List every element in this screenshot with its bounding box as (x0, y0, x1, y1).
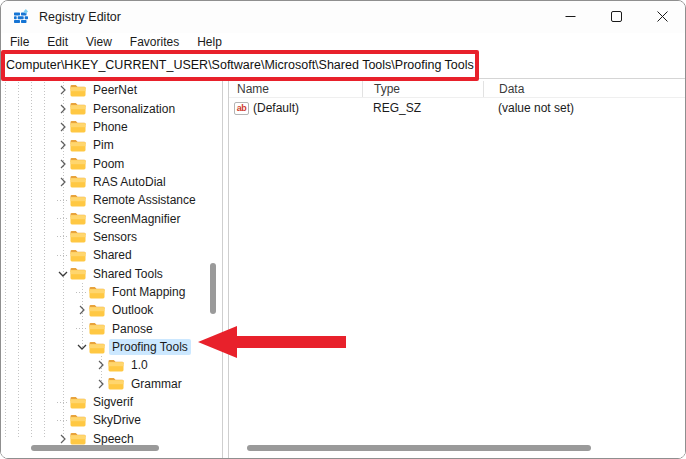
tree-item-label: 1.0 (128, 357, 151, 373)
window-title: Registry Editor (39, 10, 121, 24)
tree-connector-dash (75, 284, 89, 301)
tree-item-shared[interactable]: Shared (1, 246, 208, 264)
tree-item-label: Sensors (90, 229, 140, 245)
folder-icon (70, 83, 87, 97)
tree-connector-dash (56, 412, 70, 429)
list-horizontal-scrollbar[interactable] (247, 445, 591, 451)
tree-item-label: ScreenMagnifier (90, 211, 183, 227)
tree-connector-dash (56, 228, 70, 245)
tree-item-grammar[interactable]: Grammar (1, 375, 208, 393)
tree-item-outlook[interactable]: Outlook (1, 301, 208, 319)
window-controls (547, 1, 685, 33)
folder-icon (70, 157, 87, 171)
tree-item-label: RAS AutoDial (90, 174, 169, 190)
menu-item-file[interactable]: File (1, 35, 38, 49)
value-type: REG_SZ (362, 101, 483, 115)
value-data: (value not set) (483, 101, 685, 115)
folder-icon (89, 340, 106, 354)
folder-icon (70, 230, 87, 244)
chevron-right-icon[interactable] (94, 357, 108, 374)
tree-pane: PeerNetPersonalizationPhonePimPoomRAS Au… (1, 79, 223, 458)
tree-item-label: Proofing Tools (109, 339, 191, 355)
tree-item-sigverif[interactable]: Sigverif (1, 393, 208, 411)
tree-item-label: Phone (90, 119, 131, 135)
chevron-right-icon[interactable] (75, 302, 89, 319)
value-name: (Default) (253, 101, 299, 115)
folder-icon (70, 248, 87, 262)
tree-item-font-mapping[interactable]: Font Mapping (1, 283, 208, 301)
tree-item-screenmagnifier[interactable]: ScreenMagnifier (1, 209, 208, 227)
maximize-button[interactable] (593, 1, 639, 33)
menu-item-view[interactable]: View (77, 35, 121, 49)
chevron-down-icon[interactable] (56, 265, 70, 282)
tree-item-label: Sigverif (90, 394, 136, 410)
tree-connector-dash (56, 210, 70, 227)
folder-icon (70, 432, 87, 446)
menu-item-edit[interactable]: Edit (38, 35, 77, 49)
minimize-icon (565, 8, 576, 26)
address-path: Computer\HKEY_CURRENT_USER\Software\Micr… (1, 58, 474, 72)
registry-editor-app-icon (13, 9, 29, 25)
tree-item-label: PeerNet (90, 82, 140, 98)
chevron-right-icon[interactable] (56, 137, 70, 154)
chevron-right-icon[interactable] (56, 155, 70, 172)
column-header-type[interactable]: Type (362, 81, 483, 97)
tree-item-label: Poom (90, 156, 127, 172)
tree-item-1-0[interactable]: 1.0 (1, 356, 208, 374)
tree-item-label: SkyDrive (90, 412, 144, 428)
tree-item-phone[interactable]: Phone (1, 118, 208, 136)
maximize-icon (611, 8, 622, 26)
tree-item-label: Font Mapping (109, 284, 188, 300)
folder-icon (70, 267, 87, 281)
menu-item-help[interactable]: Help (188, 35, 231, 49)
address-bar[interactable]: Computer\HKEY_CURRENT_USER\Software\Micr… (1, 51, 685, 79)
minimize-button[interactable] (547, 1, 593, 33)
tree-item-pim[interactable]: Pim (1, 136, 208, 154)
tree-item-label: Personalization (90, 101, 178, 117)
chevron-right-icon[interactable] (56, 82, 70, 99)
column-header-name[interactable]: Name (229, 81, 362, 97)
tree-item-poom[interactable]: Poom (1, 154, 208, 172)
close-button[interactable] (639, 1, 685, 33)
tree-item-label: Outlook (109, 302, 156, 318)
tree-item-shared-tools[interactable]: Shared Tools (1, 265, 208, 283)
close-icon (657, 8, 668, 26)
menu-bar: FileEditViewFavoritesHelp (1, 33, 685, 51)
folder-icon (108, 358, 125, 372)
tree-connector-dash (56, 192, 70, 209)
tree-item-ras-autodial[interactable]: RAS AutoDial (1, 173, 208, 191)
value-row-default[interactable]: ab(Default)REG_SZ(value not set) (229, 99, 685, 117)
menu-item-favorites[interactable]: Favorites (121, 35, 188, 49)
tree-item-sensors[interactable]: Sensors (1, 228, 208, 246)
tree-item-peernet[interactable]: PeerNet (1, 81, 208, 99)
tree-connector-dash (75, 320, 89, 337)
folder-icon (70, 102, 87, 116)
folder-icon (70, 120, 87, 134)
chevron-right-icon[interactable] (56, 100, 70, 117)
chevron-right-icon[interactable] (56, 173, 70, 190)
folder-icon (70, 212, 87, 226)
folder-icon (89, 285, 106, 299)
tree-horizontal-scrollbar[interactable] (31, 445, 159, 451)
tree-item-proofing-tools[interactable]: Proofing Tools (1, 338, 208, 356)
folder-icon (70, 395, 87, 409)
tree-item-label: Remote Assistance (90, 192, 199, 208)
tree-item-personalization[interactable]: Personalization (1, 99, 208, 117)
folder-icon (70, 138, 87, 152)
reg-sz-string-icon: ab (234, 102, 249, 115)
chevron-right-icon[interactable] (56, 118, 70, 135)
main-area: PeerNetPersonalizationPhonePimPoomRAS Au… (1, 79, 685, 458)
tree-item-remote-assistance[interactable]: Remote Assistance (1, 191, 208, 209)
chevron-right-icon[interactable] (94, 375, 108, 392)
folder-icon (108, 377, 125, 391)
tree-item-panose[interactable]: Panose (1, 320, 208, 338)
tree-item-skydrive[interactable]: SkyDrive (1, 411, 208, 429)
tree-item-label: Shared (90, 247, 135, 263)
chevron-down-icon[interactable] (75, 339, 89, 356)
folder-icon (70, 413, 87, 427)
folder-icon (70, 175, 87, 189)
column-header-data[interactable]: Data (483, 81, 685, 97)
registry-editor-window: Registry Editor FileEditViewFavoritesHel… (0, 0, 686, 459)
tree-vertical-scrollbar[interactable] (210, 263, 216, 314)
tree-item-label: Panose (109, 321, 156, 337)
